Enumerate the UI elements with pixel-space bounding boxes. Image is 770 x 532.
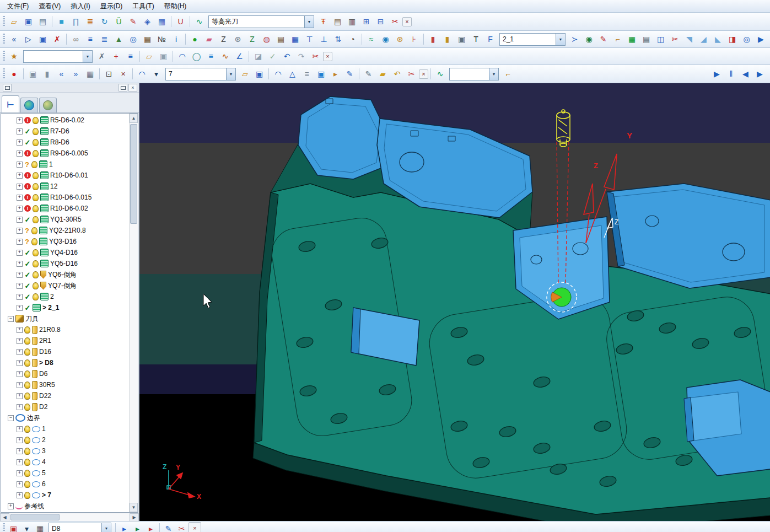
z-verify-icon[interactable]: Z — [245, 33, 259, 46]
visibility-bulb-icon[interactable] — [31, 238, 37, 245]
machine-setup-icon[interactable]: ▣ — [7, 522, 20, 532]
chevron-down-icon[interactable]: ▼ — [226, 68, 235, 80]
visibility-bulb-icon[interactable] — [24, 426, 30, 433]
tree-item-label[interactable]: > 2_1 — [42, 304, 59, 311]
tree-item-YQ1-30R5[interactable]: +✓YQ1-30R5 — [1, 214, 129, 225]
snapshot-icon[interactable]: ▦ — [83, 67, 97, 81]
tree-item-label[interactable]: 3 — [42, 447, 46, 455]
visibility-bulb-icon[interactable] — [31, 161, 37, 168]
tree-item-D8[interactable]: +> D8 — [1, 357, 129, 368]
cut-region-icon[interactable]: ✂ — [405, 67, 418, 81]
sheet-report-icon[interactable]: ▤ — [639, 33, 653, 46]
tree-item-label[interactable]: 21R0.8 — [39, 326, 61, 334]
menu-view[interactable]: 查看(V) — [34, 1, 66, 12]
record-macro-icon[interactable]: ● — [7, 67, 21, 81]
probe-red-icon[interactable]: ▸ — [144, 522, 157, 532]
visibility-bulb-icon[interactable] — [33, 249, 39, 256]
tree-item-YQ7-倒角[interactable]: +✓YQ7-倒角 — [1, 280, 129, 291]
expand-icon[interactable]: + — [17, 305, 23, 311]
tree-item-label[interactable]: 5 — [42, 469, 46, 477]
cut-scissors-icon[interactable]: ✂ — [309, 50, 322, 63]
undo-icon[interactable]: ↶ — [280, 50, 294, 63]
depth-z-icon[interactable]: Z — [217, 33, 230, 46]
mesh-globe-icon[interactable]: ◉ — [379, 33, 392, 46]
tree-item-label[interactable]: > 7 — [42, 491, 51, 499]
function-f-icon[interactable]: F — [483, 33, 497, 46]
wizard-tool-icon[interactable]: Ŧ — [316, 15, 330, 29]
tree-item-D6[interactable]: +D6 — [1, 368, 129, 379]
confirm-check-icon[interactable]: ✓ — [266, 50, 279, 63]
group-parts-icon[interactable]: ▣ — [26, 67, 40, 81]
expand-icon[interactable]: + — [17, 481, 23, 487]
solid-red-icon[interactable]: ▮ — [426, 33, 440, 46]
expand-icon[interactable]: + — [17, 195, 23, 201]
tree-item-label[interactable]: 2 — [50, 293, 54, 300]
tree-item-label[interactable]: YQ4-D16 — [50, 249, 78, 256]
visibility-bulb-icon[interactable] — [24, 370, 30, 378]
ellipse-draw-icon[interactable]: ◯ — [190, 50, 203, 63]
expand-icon[interactable]: + — [17, 283, 23, 289]
report-book-icon[interactable]: ▤ — [274, 33, 288, 46]
tree-item-label[interactable]: D16 — [39, 348, 51, 356]
visibility-bulb-icon[interactable] — [33, 271, 39, 278]
cut-sheet-icon[interactable]: ✂ — [668, 33, 682, 46]
lasso-select-icon[interactable]: ◠ — [175, 50, 189, 63]
save-curves-icon[interactable]: ▣ — [157, 50, 170, 63]
step-forward-icon[interactable]: ▶ — [753, 67, 767, 81]
tree-item-label[interactable]: D2 — [39, 403, 47, 411]
chevron-down-icon[interactable]: ▼ — [556, 34, 565, 45]
solid-box-icon[interactable]: ■ — [55, 15, 68, 29]
toolbar1-close-button[interactable]: × — [402, 17, 412, 26]
tree-item-D16[interactable]: +D16 — [1, 346, 129, 357]
tree-structure-icon[interactable]: ≣ — [98, 33, 111, 46]
visibility-bulb-icon[interactable] — [33, 216, 39, 223]
undo-yellow-icon[interactable]: ↶ — [390, 67, 404, 81]
tree-item-YQ4-D16[interactable]: +✓YQ4-D16 — [1, 247, 129, 258]
pattern-mirror-icon[interactable]: ◈ — [141, 15, 154, 29]
expand-icon[interactable]: + — [17, 382, 23, 388]
align-top-icon[interactable]: ⊤ — [303, 33, 316, 46]
draw-red-icon[interactable]: ✎ — [596, 33, 610, 46]
tree-item-label[interactable]: 2 — [42, 436, 46, 444]
expand-icon[interactable]: + — [17, 294, 23, 300]
expand-icon[interactable]: + — [17, 239, 23, 245]
scroll-thumb[interactable] — [130, 124, 137, 224]
pattern-dropdown[interactable]: ▼ — [449, 68, 499, 80]
visibility-bulb-icon[interactable] — [24, 459, 30, 466]
tree-item-label[interactable]: 边界 — [27, 413, 40, 423]
toolbar4-close-button[interactable]: × — [419, 69, 428, 79]
viewport-3d[interactable]: Y Z Z X Y Z — [139, 83, 770, 521]
current-path-dropdown[interactable]: 2_1 ▼ — [499, 33, 566, 46]
visibility-bulb-icon[interactable] — [33, 139, 39, 146]
toolbar3-close-button[interactable]: × — [323, 52, 332, 61]
tree-item-label[interactable]: > D8 — [39, 359, 53, 367]
draw-blue-icon[interactable]: ✎ — [343, 67, 357, 81]
sketch-edit-icon[interactable]: ✎ — [126, 15, 140, 29]
smooth-path-icon[interactable]: ∿ — [192, 15, 206, 29]
tree-item-YQ2-21R0.8[interactable]: +?YQ2-21R0.8 — [1, 225, 129, 236]
play-right-icon[interactable]: ▶ — [754, 33, 768, 46]
compare-halves-icon[interactable]: ◨ — [725, 33, 739, 46]
tree-item-label[interactable]: 1 — [42, 425, 46, 433]
tree-item-2_1[interactable]: +✓> 2_1 — [1, 302, 129, 313]
nav-prev-icon[interactable]: « — [55, 67, 68, 81]
tree-item-30R5[interactable]: +30R5 — [1, 379, 129, 390]
tree-item-3[interactable]: +3 — [1, 445, 129, 456]
menu-display[interactable]: 显示(D) — [95, 1, 128, 12]
world-red-icon[interactable]: ◍ — [260, 33, 273, 46]
fly-preview-icon[interactable]: ≻ — [568, 33, 581, 46]
save-document-icon[interactable]: ▣ — [36, 33, 50, 46]
grid-expand-icon[interactable]: ⊞ — [359, 15, 373, 29]
nav-first-icon[interactable]: « — [7, 33, 21, 46]
lasso-cloud-icon[interactable]: ◠ — [135, 67, 149, 81]
region-erase-icon[interactable]: ◪ — [251, 50, 265, 63]
machining-tree[interactable]: +!R5-D6-0.02+✓R7-D6+✓R8-D6+!R9-D6-0.005+… — [1, 114, 129, 512]
save-path-icon[interactable]: ▣ — [252, 67, 266, 81]
visibility-bulb-icon[interactable] — [33, 150, 39, 157]
expand-icon[interactable]: + — [17, 261, 23, 267]
zoom-close-icon[interactable]: × — [116, 67, 130, 81]
scroll-down-icon[interactable]: ▼ — [130, 503, 138, 512]
nav-next-icon[interactable]: » — [69, 67, 83, 81]
expand-icon[interactable]: + — [17, 151, 23, 157]
expand-icon[interactable]: + — [17, 492, 23, 498]
